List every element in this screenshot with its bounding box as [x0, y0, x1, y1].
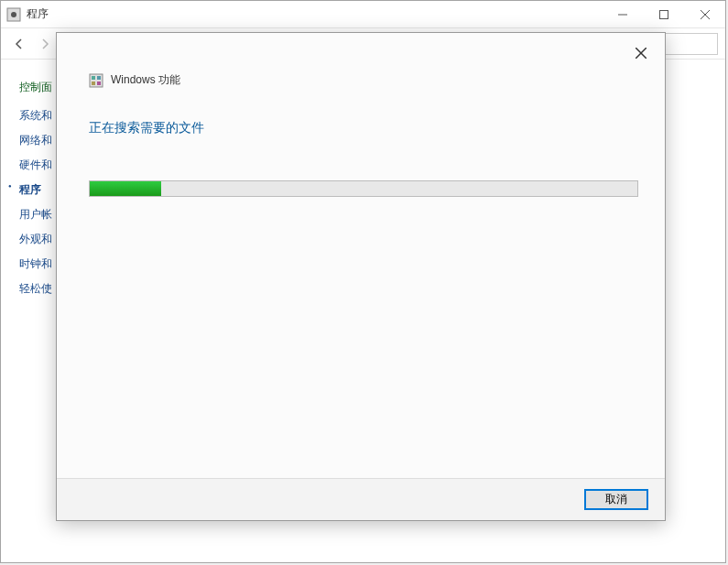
svg-rect-12	[97, 81, 101, 85]
sidebar-item-programs[interactable]: 程序	[19, 182, 56, 198]
dialog-title: Windows 功能	[111, 72, 180, 88]
nav-forward-button[interactable]	[34, 33, 56, 55]
sidebar-item-hardware[interactable]: 硬件和	[19, 158, 56, 173]
close-button[interactable]	[684, 1, 725, 27]
maximize-button[interactable]	[643, 1, 684, 27]
svg-point-1	[11, 12, 16, 17]
sidebar-item-appearance[interactable]: 外观和	[19, 232, 56, 247]
sidebar-list: 系统和 网络和 硬件和 程序 用户帐 外观和 时钟和 轻松使	[19, 108, 56, 297]
sidebar-item-system[interactable]: 系统和	[19, 108, 56, 124]
dialog-subtitle: 正在搜索需要的文件	[89, 120, 204, 136]
window-controls	[602, 1, 725, 27]
app-icon	[6, 7, 21, 22]
svg-rect-9	[92, 76, 95, 80]
sidebar-item-users[interactable]: 用户帐	[19, 207, 56, 223]
windows-features-icon	[89, 73, 103, 88]
titlebar: 程序	[1, 1, 725, 28]
progress-bar	[89, 180, 638, 197]
minimize-button[interactable]	[602, 1, 643, 27]
dialog-footer: 取消	[57, 478, 665, 520]
cancel-button[interactable]: 取消	[584, 489, 648, 510]
dialog-header: Windows 功能	[89, 72, 180, 88]
sidebar-item-ease[interactable]: 轻松使	[19, 281, 56, 297]
sidebar-item-network[interactable]: 网络和	[19, 133, 56, 148]
sidebar-item-clock[interactable]: 时钟和	[19, 256, 56, 272]
window-title: 程序	[27, 6, 602, 22]
svg-rect-10	[97, 76, 101, 80]
nav-back-button[interactable]	[8, 33, 30, 55]
progress-fill	[90, 181, 161, 196]
svg-rect-3	[659, 10, 668, 18]
windows-features-dialog: Windows 功能 正在搜索需要的文件 取消	[56, 32, 666, 521]
sidebar-heading: 控制面	[19, 80, 56, 95]
sidebar: 控制面 系统和 网络和 硬件和 程序 用户帐 外观和 时钟和 轻松使	[1, 63, 56, 562]
svg-rect-11	[92, 81, 95, 85]
dialog-close-button[interactable]	[630, 42, 652, 64]
